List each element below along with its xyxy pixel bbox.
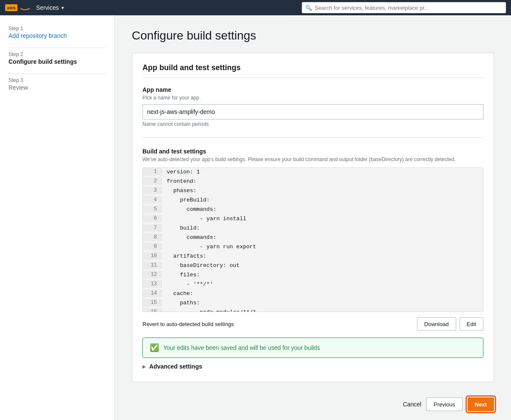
revert-text: Revert to auto-detected build settings (142, 321, 234, 327)
code-line: 13 - '**/*' (143, 280, 483, 289)
code-line: 15 paths: (143, 299, 483, 308)
download-button[interactable]: Download (417, 317, 456, 331)
step-1-name[interactable]: Add repository branch (9, 32, 106, 39)
sidebar: Step 1 Add repository branch Step 2 Conf… (0, 15, 115, 420)
line-content: - yarn install (162, 215, 251, 223)
code-line: 10 artifacts: (143, 252, 483, 261)
page-title: Configure build settings (132, 29, 494, 43)
footer-actions: Cancel Previous Next (132, 391, 494, 414)
app-name-error: Name cannot contain periods (142, 121, 483, 127)
previous-button[interactable]: Previous (426, 397, 463, 411)
aws-smile-icon (19, 4, 31, 11)
success-message: Your edits have been saved and will be u… (163, 344, 320, 351)
line-number: 10 (143, 252, 162, 260)
line-number: 9 (143, 243, 162, 250)
line-number: 15 (143, 299, 162, 306)
step-2-name: Configure build settings (9, 58, 106, 65)
code-line: 11 baseDirectory: out (143, 261, 483, 271)
triangle-icon: ▶ (142, 364, 146, 369)
step-1-item: Step 1 Add repository branch (9, 26, 106, 39)
code-line: 6 - yarn install (143, 215, 483, 224)
line-number: 16 (143, 308, 162, 312)
app-name-input[interactable] (142, 104, 483, 119)
line-number: 1 (143, 168, 162, 176)
code-actions: Revert to auto-detected build settings D… (142, 317, 483, 331)
line-content: files: (162, 271, 205, 279)
chevron-down-icon: ▼ (60, 6, 65, 10)
line-number: 4 (143, 196, 162, 204)
code-line: 12 files: (143, 271, 483, 280)
code-block: 1version: 12frontend:3 phases:4 preBuild… (142, 167, 483, 312)
code-line: 3 phases: (143, 187, 483, 196)
line-number: 3 (143, 187, 162, 194)
code-line: 14 cache: (143, 289, 483, 299)
step-3-label: Step 3 (9, 77, 106, 83)
success-icon: ✅ (150, 343, 159, 352)
code-line: 7 build: (143, 224, 483, 233)
card-title: App build and test settings (142, 63, 483, 78)
code-line: 9 - yarn run export (143, 243, 483, 252)
section-divider (142, 137, 483, 138)
services-menu[interactable]: Services ▼ (36, 4, 65, 11)
line-content: version: 1 (162, 168, 205, 176)
line-number: 6 (143, 215, 162, 222)
search-input[interactable] (315, 5, 502, 11)
step-3-name: Review (9, 84, 106, 91)
search-icon: 🔍 (305, 5, 312, 11)
build-settings-hint: We've auto-detected your app's build set… (142, 156, 483, 162)
line-content: baseDirectory: out (162, 261, 245, 270)
line-number: 7 (143, 224, 162, 232)
sidebar-divider-1 (9, 48, 106, 48)
line-content: build: (162, 224, 205, 232)
line-number: 2 (143, 177, 162, 185)
build-settings-label: Build and test settings (142, 148, 483, 155)
step-3-item: Step 3 Review (9, 77, 106, 91)
main-layout: Step 1 Add repository branch Step 2 Conf… (0, 15, 511, 420)
line-content: - node_modules/**/* (162, 308, 261, 312)
advanced-settings-toggle[interactable]: ▶ Advanced settings (142, 358, 483, 372)
code-line: 16 - node_modules/**/* (143, 308, 483, 312)
cancel-button[interactable]: Cancel (403, 401, 422, 408)
line-content: frontend: (162, 177, 202, 185)
line-content: - '**/*' (162, 280, 218, 288)
next-button[interactable]: Next (468, 397, 494, 411)
line-content: phases: (162, 187, 202, 195)
line-content: - yarn run export (162, 243, 261, 251)
line-content: cache: (162, 289, 198, 298)
line-content: commands: (162, 205, 221, 213)
line-content: preBuild: (162, 196, 215, 204)
code-line: 2frontend: (143, 177, 483, 187)
line-number: 8 (143, 233, 162, 241)
line-number: 13 (143, 280, 162, 288)
nav-search: 🔍 (302, 2, 506, 13)
code-buttons: Download Edit (417, 317, 483, 331)
edit-button[interactable]: Edit (460, 317, 483, 331)
sidebar-divider-2 (9, 74, 106, 74)
top-nav: aws Services ▼ 🔍 (0, 0, 511, 15)
line-number: 12 (143, 271, 162, 278)
code-line: 8 commands: (143, 233, 483, 243)
main-content: Configure build settings App build and t… (115, 15, 511, 420)
aws-logo-box: aws (5, 4, 17, 11)
success-banner: ✅ Your edits have been saved and will be… (142, 338, 483, 358)
code-line: 4 preBuild: (143, 196, 483, 205)
app-name-hint: Pick a name for your app. (142, 95, 483, 101)
step-2-item: Step 2 Configure build settings (9, 51, 106, 65)
step-2-label: Step 2 (9, 51, 106, 57)
line-content: paths: (162, 299, 205, 307)
line-number: 5 (143, 205, 162, 213)
code-line: 1version: 1 (143, 168, 483, 177)
app-name-label: App name (142, 86, 483, 93)
line-number: 14 (143, 289, 162, 297)
code-line: 5 commands: (143, 205, 483, 215)
aws-logo: aws (5, 4, 31, 11)
settings-card: App build and test settings App name Pic… (132, 53, 494, 382)
step-1-label: Step 1 (9, 26, 106, 31)
line-content: commands: (162, 233, 221, 241)
advanced-label: Advanced settings (149, 363, 202, 370)
line-number: 11 (143, 261, 162, 269)
line-content: artifacts: (162, 252, 212, 260)
